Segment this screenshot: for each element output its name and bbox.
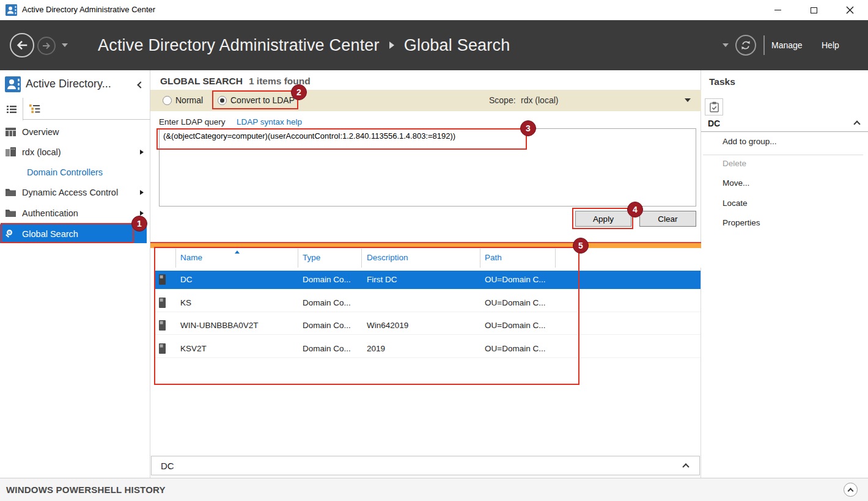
table-row[interactable]: DC Domain Co... First DC OU=Domain C... [154,271,701,289]
cell-description: First DC [367,275,397,284]
ldap-query-label: Enter LDAP query [159,117,226,126]
server-icon [159,298,166,308]
folder-icon [6,188,17,197]
history-dropdown-caret[interactable] [62,43,68,47]
global-search-title: GLOBAL SEARCH [160,76,243,86]
expand-arrow-icon[interactable] [140,211,144,216]
sidebar-item-label: Authentication [22,208,78,218]
tasks-tab[interactable] [705,98,723,115]
scope-dropdown-caret[interactable] [685,98,691,102]
tasks-section-header[interactable]: DC [701,116,868,132]
maximize-button[interactable] [800,0,828,20]
results-divider-bar [150,242,701,248]
scope-value[interactable]: rdx (local) [521,95,558,105]
task-locate[interactable]: Locate [723,199,748,208]
server-icon [159,343,166,354]
items-found-count: 1 items found [249,76,311,86]
sidebar-item-label: Global Search [22,229,78,239]
breadcrumb-separator-icon [389,42,394,49]
cell-description: 2019 [367,344,385,353]
results-table-header: Name Type Description Path [150,249,701,268]
task-properties[interactable]: Properties [723,218,760,227]
expand-arrow-icon[interactable] [140,150,144,155]
sidebar-item-authentication[interactable]: Authentication [0,203,150,223]
manage-menu[interactable]: Manage [771,40,803,50]
tasks-title: Tasks [709,76,735,87]
navigation-bar: Active Directory Administrative Center G… [0,20,868,70]
ldap-query-input[interactable]: (&(objectCategory=computer)(userAccountC… [159,128,696,207]
cell-path: OU=Domain C... [485,344,545,353]
overview-grid-icon [6,127,17,137]
cell-type: Domain Co... [303,298,351,307]
sidebar-view-tabs [0,98,150,120]
maximize-icon [811,7,817,13]
close-icon [846,6,854,14]
cell-path: OU=Domain C... [485,298,545,307]
cell-type: Domain Co... [303,344,351,353]
sidebar-item-dynamic-access-control[interactable]: Dynamic Access Control [0,182,150,202]
ldap-syntax-help-link[interactable]: LDAP syntax help [237,117,302,126]
server-icon [159,274,166,285]
task-move[interactable]: Move... [723,178,749,188]
cell-type: Domain Co... [303,275,351,284]
radio-normal[interactable] [163,96,172,105]
table-row[interactable]: KSV2T Domain Co... 2019 OU=Domain C... [154,340,701,358]
tab-list-view[interactable] [0,98,23,120]
expand-powershell-history-button[interactable] [844,483,858,497]
app-icon [6,4,17,16]
sidebar-collapse-icon[interactable] [137,81,144,88]
column-header-description[interactable]: Description [367,253,408,262]
expand-arrow-icon[interactable] [140,190,144,195]
refresh-icon [740,39,752,51]
apply-button[interactable]: Apply [575,211,631,227]
close-button[interactable] [836,0,864,20]
domain-icon [6,147,17,157]
cell-name: KS [180,298,191,307]
tab-tree-view[interactable] [23,98,46,120]
collapse-section-icon[interactable] [853,120,860,127]
table-row[interactable]: KS Domain Co... OU=Domain C... [154,294,701,312]
nav-dropdown-caret[interactable] [723,43,729,47]
collapse-preview-icon[interactable] [682,463,689,470]
sidebar-item-label: Dynamic Access Control [22,188,118,197]
sidebar-item-label: Domain Controllers [27,167,103,177]
chevron-up-icon [848,488,854,494]
search-icon [6,229,17,239]
refresh-button[interactable] [735,35,756,56]
active-directory-icon [5,76,21,92]
nav-separator [763,35,765,55]
column-header-path[interactable]: Path [485,253,502,262]
breadcrumb-current: Global Search [404,36,510,55]
back-button[interactable] [10,33,34,57]
radio-normal-label[interactable]: Normal [175,95,203,105]
minimize-button[interactable] [763,0,792,20]
window-title: Active Directory Administrative Center [22,5,155,14]
sidebar-item-domain-controllers[interactable]: Domain Controllers [0,162,150,182]
forward-button[interactable] [37,37,56,55]
sidebar-item-overview[interactable]: Overview [0,122,150,142]
powershell-history-title: WINDOWS POWERSHELL HISTORY [6,485,166,495]
help-menu[interactable]: Help [822,40,839,50]
table-row[interactable]: WIN-UBNBBBA0V2T Domain Co... Win642019 O… [154,316,701,335]
title-bar: Active Directory Administrative Center [0,0,868,20]
column-header-type[interactable]: Type [303,253,320,262]
sidebar-title: Active Directory... [26,78,111,90]
preview-pane-header[interactable]: DC [151,456,700,475]
cell-name: DC [180,275,193,284]
sidebar-item-global-search[interactable]: Global Search [0,224,147,243]
sidebar-item-rdx-local[interactable]: rdx (local) [0,142,150,162]
tasks-divider [703,155,863,155]
scope-label: Scope: [489,95,516,105]
radio-convert-to-ldap[interactable] [218,96,227,105]
powershell-history-bar[interactable]: WINDOWS POWERSHELL HISTORY [0,478,868,501]
task-delete: Delete [723,159,746,168]
radio-convert-to-ldap-label[interactable]: Convert to LDAP [230,95,295,105]
global-search-panel: GLOBAL SEARCH1 items found Normal Conver… [150,70,701,478]
column-header-name[interactable]: Name [180,253,202,262]
server-icon [159,320,166,331]
folder-icon [6,208,17,218]
task-add-to-group[interactable]: Add to group... [723,137,777,146]
clear-button[interactable]: Clear [639,211,696,227]
cell-path: OU=Domain C... [485,275,545,284]
breadcrumb-root[interactable]: Active Directory Administrative Center [98,36,380,55]
